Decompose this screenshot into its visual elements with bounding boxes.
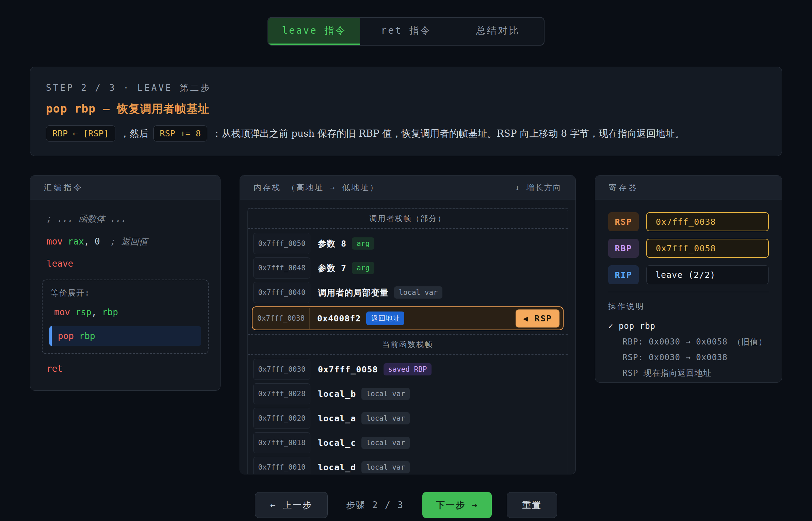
- registers-panel: 寄存器 RSP0x7fff_0038RBP0x7fff_0058RIPleave…: [595, 175, 782, 383]
- registers-divider: [608, 292, 769, 292]
- code-token-comment: ; ... 函数体 ...: [47, 214, 127, 224]
- stack-section-label: 当前函数栈帧: [248, 334, 568, 355]
- code-token-comment: ; 返回值: [100, 236, 148, 247]
- next-step-button[interactable]: 下一步 →: [422, 492, 492, 518]
- code-token-kw: ret: [47, 364, 63, 374]
- code-token-reg: rax: [63, 236, 84, 247]
- stack-row-value: local_d: [318, 463, 356, 472]
- operation-notes: ✓ pop rbpRBP: 0x0030 → 0x0058 （旧值）RSP: 0…: [608, 318, 769, 381]
- tab-leave[interactable]: leave 指令: [268, 18, 360, 45]
- step-title: pop rbp — 恢复调用者帧基址: [46, 101, 766, 117]
- stack-row-address: 0x7fff_0028: [253, 383, 310, 404]
- chip-connector-text: ，然后: [120, 127, 149, 140]
- stack-row-value: 参数 7: [318, 263, 346, 274]
- register-row-rsp: RSP0x7fff_0038: [608, 212, 769, 231]
- stack-row-badge: local var: [361, 412, 410, 424]
- stack-row-address: 0x7fff_0048: [253, 257, 310, 279]
- operation-notes-title: 操作说明: [608, 301, 769, 312]
- register-tag-rsp: RSP: [608, 212, 639, 231]
- stack-row-address: 0x7fff_0030: [253, 359, 310, 380]
- stack-row-value: local_b: [318, 389, 356, 399]
- operation-note-line: RBP: 0x0030 → 0x0058 （旧值）: [608, 334, 769, 350]
- register-value-rsp: 0x7fff_0038: [646, 212, 769, 231]
- tab-ret[interactable]: ret 指令: [360, 18, 452, 45]
- stack-row-badge: saved RBP: [384, 363, 432, 375]
- code-token-plain: , 0: [84, 236, 100, 247]
- stack-row-address: 0x7fff_0040: [253, 282, 310, 303]
- registers-body: RSP0x7fff_0038RBP0x7fff_0058RIPleave (2/…: [595, 200, 782, 381]
- op-chip-rsp: RSP += 8: [153, 125, 207, 141]
- expand-label: 等价展开:: [49, 288, 201, 298]
- memory-stack-body: 调用者栈帧（部分）0x7fff_0050参数 8arg0x7fff_0048参数…: [240, 200, 575, 474]
- rsp-pointer-tag: ◀ RSP: [516, 309, 559, 327]
- op-chip-rbp: RBP ← [RSP]: [46, 125, 115, 141]
- step-navigation: ← 上一步 步骤 2 / 3 下一步 → 重置: [0, 492, 812, 518]
- code-token-reg: rbp: [97, 307, 118, 317]
- stack-row-badge: local var: [394, 286, 442, 299]
- stack-row: 0x7fff_0050参数 8arg: [253, 233, 562, 254]
- stack-row: 0x7fff_0020local_alocal var: [253, 408, 562, 429]
- code-line-current: pop rbp: [49, 326, 201, 346]
- assembly-panel: 汇编指令 ; ... 函数体 ...mov rax, 0 ; 返回值leave …: [30, 175, 221, 391]
- stack-row-value: local_c: [318, 438, 356, 448]
- code-line: mov rax, 0 ; 返回值: [42, 236, 209, 248]
- stack-row-badge: local var: [361, 437, 410, 449]
- step-description: RBP ← [RSP] ，然后 RSP += 8 ：从栈顶弹出之前 push 保…: [46, 125, 766, 141]
- stack-section-label: 调用者栈帧（部分）: [248, 208, 568, 229]
- step-indicator: 步骤 2 / 3: [346, 499, 404, 511]
- stack-row: 0x7fff_0010local_dlocal var: [253, 457, 562, 474]
- step-panel: STEP 2 / 3 · LEAVE 第二步 pop rbp — 恢复调用者帧基…: [30, 67, 782, 156]
- memory-stack-panel: 内存栈 （高地址 → 低地址） ↓ 增长方向 调用者栈帧（部分）0x7fff_0…: [240, 175, 576, 474]
- operation-note-line: RSP: 0x0030 → 0x0038: [608, 350, 769, 365]
- main-columns: 汇编指令 ; ... 函数体 ...mov rax, 0 ; 返回值leave …: [30, 175, 782, 474]
- assembly-expand-lines: mov rsp, rbppop rbp: [49, 307, 201, 346]
- code-token-kw: leave: [47, 258, 73, 269]
- stack-row: 0x7fff_00300x7fff_0058saved RBP: [253, 359, 562, 380]
- assembly-lines-before: ; ... 函数体 ...mov rax, 0 ; 返回值leave: [42, 213, 209, 269]
- code-line: ; ... 函数体 ...: [42, 213, 209, 225]
- code-token-kw: mov: [54, 307, 70, 317]
- memory-panel-header: 内存栈 （高地址 → 低地址） ↓ 增长方向: [240, 175, 575, 200]
- step-description-text: ：从栈顶弹出之前 push 保存的旧 RBP 值，恢复调用者的帧基址。RSP 向…: [212, 127, 684, 140]
- register-value-rip: leave (2/2): [646, 265, 769, 284]
- register-value-rbp: 0x7fff_0058: [646, 239, 769, 258]
- register-row-rbp: RBP0x7fff_0058: [608, 239, 769, 258]
- stack-row-value: 0x7fff_0058: [318, 365, 378, 374]
- code-token-reg: rsp: [70, 307, 92, 317]
- code-token-kw: mov: [47, 236, 63, 247]
- operation-note-line: ✓ pop rbp: [608, 318, 769, 334]
- stack-row-value: local_a: [318, 414, 356, 423]
- assembly-code: ; ... 函数体 ...mov rax, 0 ; 返回值leave 等价展开:…: [30, 200, 220, 374]
- code-line: ret: [42, 364, 209, 374]
- prev-step-button[interactable]: ← 上一步: [255, 492, 328, 518]
- stack-row-address: 0x7fff_0020: [253, 408, 310, 429]
- step-eyebrow: STEP 2 / 3 · LEAVE 第二步: [46, 82, 766, 94]
- code-line: leave: [42, 258, 209, 269]
- assembly-panel-title: 汇编指令: [30, 175, 220, 200]
- stack-row-rsp-target: 0x7fff_00380x4008f2返回地址◀ RSP: [252, 306, 564, 330]
- stack-row: 0x7fff_0028local_blocal var: [253, 383, 562, 404]
- tab-summary[interactable]: 总结对比: [452, 18, 544, 45]
- stack-row-badge: 返回地址: [366, 312, 404, 325]
- stack-row-value: 参数 8: [318, 238, 346, 249]
- stack-row: 0x7fff_0018local_clocal var: [253, 432, 562, 453]
- memory-panel-title: 内存栈 （高地址 → 低地址）: [254, 182, 379, 193]
- stack-row-address: 0x7fff_0018: [253, 432, 310, 453]
- stack-row-address: 0x7fff_0010: [253, 457, 310, 474]
- stack-row: 0x7fff_0040调用者的局部变量local var: [253, 282, 562, 303]
- register-row-rip: RIPleave (2/2): [608, 265, 769, 284]
- assembly-lines-after: ret: [42, 364, 209, 374]
- code-token-kw: pop: [58, 331, 74, 341]
- code-token-plain: ,: [92, 307, 97, 317]
- memory-rows-container: 调用者栈帧（部分）0x7fff_0050参数 8arg0x7fff_0048参数…: [247, 208, 568, 474]
- stack-row-address: 0x7fff_0050: [253, 233, 310, 254]
- stack-row-value: 0x4008f2: [317, 314, 361, 323]
- reset-button[interactable]: 重置: [507, 492, 557, 518]
- code-token-reg: rbp: [74, 331, 95, 341]
- stack-row-badge: arg: [352, 262, 374, 274]
- operation-note-line: RSP 现在指向返回地址: [608, 365, 769, 381]
- register-tag-rbp: RBP: [608, 239, 639, 258]
- stack-row-value: 调用者的局部变量: [318, 287, 389, 298]
- expand-box: 等价展开: mov rsp, rbppop rbp: [42, 280, 209, 354]
- register-rows: RSP0x7fff_0038RBP0x7fff_0058RIPleave (2/…: [608, 212, 769, 284]
